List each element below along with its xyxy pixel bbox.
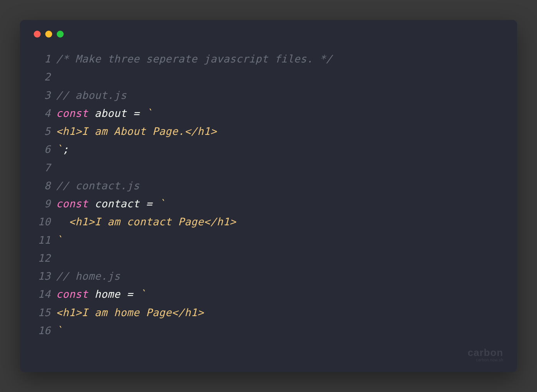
code-line: 4const about = ` (34, 104, 503, 122)
code-window: 1/* Make three seperate javascript files… (20, 20, 517, 372)
code-line: 15<h1>I am home Page</h1> (34, 303, 503, 321)
line-number: 4 (34, 104, 51, 122)
line-content: // about.js (56, 86, 127, 104)
code-token: contact (88, 198, 146, 210)
code-token: = (133, 107, 140, 119)
code-line: 3// about.js (34, 86, 503, 104)
code-token: <h1>I am About Page.</h1> (56, 125, 217, 137)
line-content: ` (56, 321, 63, 340)
line-number: 6 (34, 140, 51, 158)
line-number: 7 (34, 159, 51, 177)
line-content: const about = ` (56, 104, 152, 122)
line-number: 15 (34, 303, 51, 321)
code-token: const (56, 198, 88, 210)
line-number: 13 (34, 267, 51, 285)
code-line: 10 <h1>I am contact Page</h1> (34, 213, 503, 231)
code-area[interactable]: 1/* Make three seperate javascript files… (34, 50, 503, 340)
line-number: 2 (34, 68, 51, 86)
line-number: 3 (34, 86, 51, 104)
watermark: carbon carbon.now.sh (468, 347, 503, 362)
line-number: 1 (34, 50, 51, 68)
line-content: <h1>I am home Page</h1> (56, 303, 204, 321)
code-token: // home.js (56, 270, 120, 282)
code-token: const (56, 288, 88, 300)
code-token: // contact.js (56, 180, 140, 192)
line-content: // contact.js (56, 177, 140, 195)
code-token: = (127, 288, 133, 300)
code-token: ` (133, 288, 146, 300)
code-line: 7 (34, 159, 503, 177)
line-number: 8 (34, 177, 51, 195)
line-content: const contact = ` (56, 195, 165, 213)
code-token: ` (56, 325, 63, 336)
code-token: ` (56, 234, 63, 246)
code-token: ` (152, 198, 165, 210)
code-line: 12 (34, 249, 503, 267)
code-token: ` (140, 107, 153, 119)
code-token: <h1>I am home Page</h1> (56, 307, 204, 318)
code-line: 16` (34, 321, 503, 340)
watermark-title: carbon (468, 347, 503, 359)
line-number: 10 (34, 213, 51, 231)
line-number: 5 (34, 122, 51, 140)
line-content: // home.js (56, 267, 120, 285)
code-line: 11` (34, 231, 503, 249)
code-line: 6`; (34, 140, 503, 158)
code-line: 2 (34, 68, 503, 86)
code-token: ` (56, 143, 63, 155)
line-content: `; (56, 140, 69, 158)
line-content: const home = ` (56, 285, 146, 303)
line-content: <h1>I am About Page.</h1> (56, 122, 217, 140)
line-content: /* Make three seperate javascript files.… (56, 50, 332, 68)
line-number: 14 (34, 285, 51, 303)
code-token: const (56, 107, 88, 119)
code-token: /* Make three seperate javascript files.… (56, 53, 332, 65)
line-content: ` (56, 231, 63, 249)
close-icon[interactable] (34, 31, 41, 38)
code-token: home (88, 288, 127, 300)
minimize-icon[interactable] (45, 31, 52, 38)
code-token: // about.js (56, 89, 127, 101)
code-line: 1/* Make three seperate javascript files… (34, 50, 503, 68)
code-line: 5<h1>I am About Page.</h1> (34, 122, 503, 140)
line-number: 12 (34, 249, 51, 267)
code-line: 13// home.js (34, 267, 503, 285)
maximize-icon[interactable] (57, 31, 64, 38)
code-line: 14const home = ` (34, 285, 503, 303)
line-number: 9 (34, 195, 51, 213)
code-token: = (146, 198, 153, 210)
code-token: <h1>I am contact Page</h1> (56, 216, 236, 228)
code-line: 8// contact.js (34, 177, 503, 195)
line-content: <h1>I am contact Page</h1> (56, 213, 236, 231)
code-token: about (88, 107, 133, 119)
code-token: ; (63, 143, 69, 155)
code-line: 9const contact = ` (34, 195, 503, 213)
window-controls (34, 31, 503, 38)
line-number: 11 (34, 231, 51, 249)
line-number: 16 (34, 321, 51, 340)
